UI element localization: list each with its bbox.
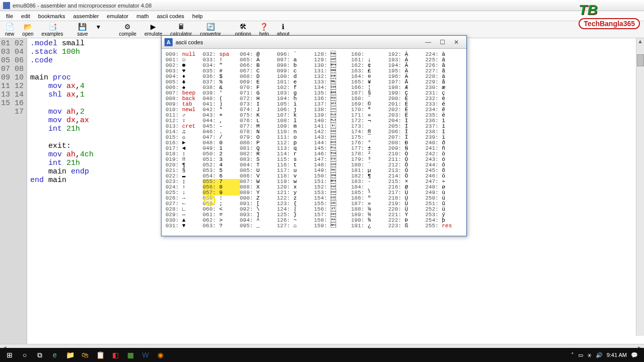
system-tray[interactable]: ˄ ▭ ⚹ 🔊 9:41 AM 💬: [567, 352, 642, 358]
menu-math[interactable]: math: [132, 12, 152, 20]
minimize-button[interactable]: —: [421, 39, 435, 46]
taskview-icon[interactable]: ⧉: [32, 349, 47, 361]
app-icon-2[interactable]: ▦: [123, 349, 138, 361]
save-button[interactable]: 💾save: [74, 21, 91, 38]
store-icon[interactable]: 🛍: [77, 349, 93, 361]
wifi-icon[interactable]: ⚹: [587, 352, 592, 358]
ascii-31: 031: ▼: [166, 223, 203, 229]
maximize-button[interactable]: ☐: [435, 39, 449, 46]
ascii-titlebar[interactable]: A ascii codes — ☐ ✕: [162, 36, 466, 49]
ascii-223: 223: ß: [388, 223, 426, 229]
logo-brand: TB: [579, 2, 640, 18]
open-icon: 📂: [23, 22, 32, 31]
app-icon: [3, 2, 10, 9]
scroll-thumb[interactable]: [637, 54, 644, 66]
new-button[interactable]: 📄new: [2, 21, 17, 38]
ascii-191: 191: ¿: [351, 223, 388, 229]
app-icon-1[interactable]: 📋: [93, 349, 108, 361]
clock[interactable]: 9:41 AM: [607, 352, 627, 358]
explorer-icon[interactable]: 📁: [62, 349, 77, 361]
battery-icon[interactable]: ▭: [578, 352, 583, 358]
examples-button[interactable]: 📑examples: [39, 21, 66, 38]
watermark-logo: TB TechBangla365: [579, 2, 640, 29]
calculator-icon: 🖩: [177, 22, 186, 31]
close-button[interactable]: ✕: [449, 39, 463, 46]
chevron-down-icon: ▾: [94, 22, 103, 31]
volume-icon[interactable]: 🔊: [596, 352, 603, 358]
emulate-icon: ▶: [149, 22, 158, 31]
menu-help[interactable]: help: [188, 12, 207, 20]
save-icon: 💾: [78, 22, 87, 31]
window-title: emu8086 - assembler and microprocessor e…: [13, 3, 151, 9]
help-icon: ❓: [260, 22, 269, 31]
ascii-127: 127: ⌂: [277, 223, 314, 229]
ascii-app-icon: A: [165, 38, 173, 46]
ascii-95: 095: _: [240, 223, 277, 229]
compile-icon: ⚙: [123, 22, 132, 31]
new-icon: 📄: [5, 22, 14, 31]
menu-file[interactable]: file: [2, 12, 17, 20]
notifications-icon[interactable]: 💬: [631, 352, 638, 358]
menu-ascii-codes[interactable]: ascii codes: [153, 12, 188, 20]
menu-bookmarks[interactable]: bookmarks: [34, 12, 69, 20]
app-icon-3[interactable]: ◉: [153, 349, 168, 361]
compile-button[interactable]: ⚙compile: [116, 21, 139, 38]
menu-assembler[interactable]: assembler: [69, 12, 103, 20]
ascii-159: 159: : [314, 223, 351, 229]
save-dropdown[interactable]: ▾: [93, 21, 104, 38]
ascii-63: 063: ?: [203, 223, 240, 229]
open-button[interactable]: 📂open: [19, 21, 36, 38]
edge-icon[interactable]: e: [47, 349, 62, 361]
ascii-window-title: ascii codes: [176, 39, 203, 45]
ascii-255: 255: res: [425, 223, 462, 229]
tray-up-icon[interactable]: ˄: [571, 352, 574, 358]
menubar: fileeditbookmarksassembleremulatormathas…: [0, 11, 644, 21]
logo-text: TechBangla365: [579, 18, 640, 29]
ascii-codes-window: A ascii codes — ☐ ✕ 000: null001: ☺002: …: [161, 35, 467, 236]
line-gutter: 01 02 03 04 05 06 07 08 09 10 11 12 13 1…: [0, 38, 27, 344]
start-button[interactable]: ⊞: [2, 349, 17, 361]
menu-edit[interactable]: edit: [17, 12, 34, 20]
scroll-up-icon[interactable]: ▲: [636, 38, 644, 46]
convertor-icon: 🔄: [206, 22, 215, 31]
windows-taskbar[interactable]: ⊞ ○ ⧉ e 📁 🛍 📋 ◧ ▦ W ◉ ˄ ▭ ⚹ 🔊 9:41 AM 💬: [0, 348, 644, 362]
main-titlebar: emu8086 - assembler and microprocessor e…: [0, 0, 644, 11]
about-icon: ℹ: [279, 22, 288, 31]
ascii-table: 000: null001: ☺002: ☻003: ♥004: ♦005: ♣0…: [162, 49, 466, 236]
options-icon: 🛠: [238, 22, 248, 31]
menu-emulator[interactable]: emulator: [103, 12, 132, 20]
word-icon[interactable]: W: [138, 349, 153, 361]
cortana-icon[interactable]: ○: [17, 349, 32, 361]
vertical-scrollbar[interactable]: ▲: [636, 38, 644, 336]
examples-icon: 📑: [48, 22, 57, 31]
acrobat-icon[interactable]: ◧: [108, 349, 123, 361]
